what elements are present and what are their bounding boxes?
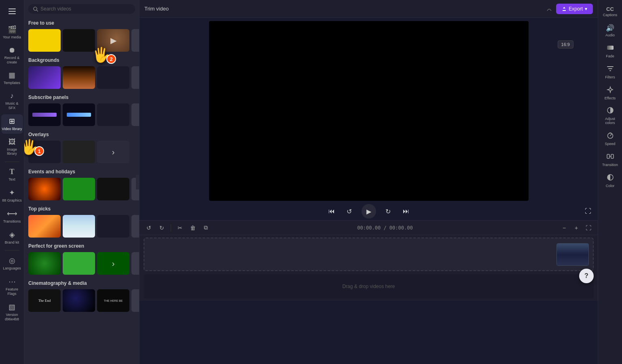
tool-effects[interactable]: Effects	[599, 83, 621, 103]
sidebar-item-graphics[interactable]: ✦ 88 Graphics	[1, 186, 23, 205]
timeline-content: Drag & drop videos here	[140, 235, 598, 301]
sidebar-item-languages[interactable]: ◎ Languages	[1, 254, 23, 273]
section-title-top-picks: Top picks	[28, 206, 51, 212]
tool-filters[interactable]: Filters	[599, 62, 621, 82]
more-button-cinematography[interactable]: ›	[131, 289, 140, 312]
expand-timeline-button[interactable]: ⛶	[583, 223, 594, 233]
sidebar-item-brand-kit[interactable]: ◈ Brand kit	[1, 228, 23, 247]
aspect-ratio-button[interactable]: 16:9	[558, 40, 573, 48]
more-button-top-picks[interactable]: ›	[131, 215, 140, 238]
zoom-in-button[interactable]: +	[571, 223, 582, 233]
audio-label: Audio	[605, 34, 615, 38]
thumbnail-bg-1[interactable]	[28, 66, 61, 89]
fade-icon	[607, 44, 614, 53]
thumbs-row-cinematography: The End THE HERE BE ›	[28, 289, 135, 312]
thumbnail-sub-2[interactable]	[63, 103, 95, 126]
forward-button[interactable]: ↻	[383, 206, 394, 217]
skip-back-button[interactable]: ⏮	[326, 206, 337, 217]
search-icon	[33, 6, 38, 12]
tool-speed[interactable]: Speed	[599, 129, 621, 149]
search-box	[24, 0, 139, 16]
section-title-free-to-use: Free to use	[28, 20, 54, 26]
thumbs-row-backgrounds: ›	[28, 66, 135, 89]
skip-forward-button[interactable]: ⏭	[400, 206, 412, 217]
fullscreen-button[interactable]: ⛶	[582, 206, 594, 217]
video-preview-area	[140, 18, 598, 202]
color-icon	[607, 174, 614, 183]
svg-rect-8	[609, 70, 611, 71]
undo-button[interactable]: ↺	[144, 223, 154, 233]
thumbnail-cm-3[interactable]: THE HERE BE	[97, 289, 129, 312]
thumbnail-bg-3[interactable]	[97, 66, 129, 89]
sidebar-item-templates[interactable]: ▦ Templates	[1, 68, 23, 88]
tool-color[interactable]: Color	[599, 171, 621, 191]
thumbnail-cm-2[interactable]	[63, 289, 95, 312]
more-button-overlays[interactable]: ›	[97, 141, 129, 163]
video-library-label: Video library	[2, 127, 22, 131]
drag-drop-area[interactable]: Drag & drop videos here	[144, 274, 594, 299]
tool-fade[interactable]: Fade	[599, 41, 621, 61]
thumbnail-ev-3[interactable]	[97, 178, 129, 200]
zoom-out-button[interactable]: −	[559, 223, 569, 233]
play-button[interactable]: ▶	[362, 204, 376, 219]
svg-rect-11	[607, 154, 609, 158]
delete-button[interactable]: 🗑	[188, 223, 198, 233]
more-button-bg[interactable]: ›	[131, 66, 140, 89]
thumbs-row-free-to-use: ▶ ›	[28, 29, 135, 52]
svg-rect-1	[8, 11, 16, 12]
thumbnail-ftu-3[interactable]: ▶	[97, 29, 129, 52]
thumbnail-ev-1[interactable]	[28, 178, 61, 200]
redo-button[interactable]: ↻	[157, 223, 167, 233]
more-button-ftu[interactable]: ›	[131, 29, 140, 52]
sidebar-item-music[interactable]: ♪ Music & SFX	[1, 89, 23, 113]
subscribe-bar-1	[32, 113, 57, 117]
tool-audio[interactable]: 🔊 Audio	[599, 21, 621, 40]
subscribe-bar-2	[67, 113, 91, 117]
thumbnail-cm-1[interactable]: The End	[28, 289, 61, 312]
search-input-wrap[interactable]	[28, 4, 135, 14]
search-input[interactable]	[40, 6, 130, 12]
thumbnail-tp-3[interactable]	[97, 215, 129, 238]
section-header-top-picks: Top picks	[28, 204, 135, 215]
thumbnail-gs-1[interactable]	[28, 252, 61, 275]
hamburger-menu[interactable]	[1, 4, 23, 19]
thumbnail-sub-3[interactable]	[97, 103, 129, 126]
cut-button[interactable]: ✂	[175, 223, 185, 233]
your-media-label: Your media	[3, 35, 21, 40]
thumbnail-ftu-1[interactable]	[28, 29, 61, 52]
sidebar-item-version[interactable]: ▧ Version d96e4b8	[1, 300, 23, 324]
thumbnail-gs-3[interactable]: ›	[97, 252, 129, 275]
record-label: Record & create	[2, 56, 22, 65]
sidebar-item-your-media[interactable]: 🎬 Your media	[1, 23, 23, 42]
sidebar-item-transitions[interactable]: ⟷ Transitions	[1, 207, 23, 226]
thumbnail-ov-2[interactable]	[63, 141, 95, 163]
transition-icon	[607, 153, 614, 162]
help-button[interactable]: ?	[579, 269, 594, 283]
thumbnail-tp-1[interactable]	[28, 215, 61, 238]
sidebar-item-image-library[interactable]: 🖼 Image library	[1, 135, 23, 159]
sidebar-item-text[interactable]: T Text	[1, 165, 23, 184]
thumbnail-ov-1[interactable]	[28, 141, 61, 163]
thumbnail-tp-2[interactable]	[63, 215, 95, 238]
thumbnail-ev-2[interactable]	[63, 178, 95, 200]
copy-button[interactable]: ⧉	[201, 223, 211, 233]
sidebar-item-video-library[interactable]: ⊞ Video library	[1, 114, 23, 134]
export-button[interactable]: Export ▾	[556, 4, 593, 14]
thumbnail-bg-2[interactable]	[63, 66, 95, 89]
panel-collapse-arrow[interactable]: ‹	[136, 175, 140, 189]
tool-adjust-colors[interactable]: Adjust colors	[599, 104, 621, 128]
sidebar-item-feature-flags[interactable]: ⋯ Feature Flags	[1, 275, 23, 299]
rewind-button[interactable]: ↺	[344, 206, 355, 217]
thumbnail-ftu-2[interactable]	[63, 29, 95, 52]
more-button-sub[interactable]: ›	[131, 103, 140, 126]
svg-line-4	[36, 10, 38, 11]
more-button-green-screen[interactable]: ›	[131, 252, 140, 275]
thumbs-row-top-picks: ›	[28, 215, 135, 238]
tool-transition[interactable]: Transition	[599, 150, 621, 170]
thumbnail-gs-2[interactable]	[63, 252, 95, 275]
tool-captions[interactable]: CC Captions	[599, 3, 621, 20]
sidebar-item-record[interactable]: ⏺ Record & create	[1, 44, 23, 67]
section-title-green-screen: Perfect for green screen	[28, 243, 84, 249]
graphics-label: 88 Graphics	[2, 198, 22, 203]
thumbnail-sub-1[interactable]	[28, 103, 61, 126]
